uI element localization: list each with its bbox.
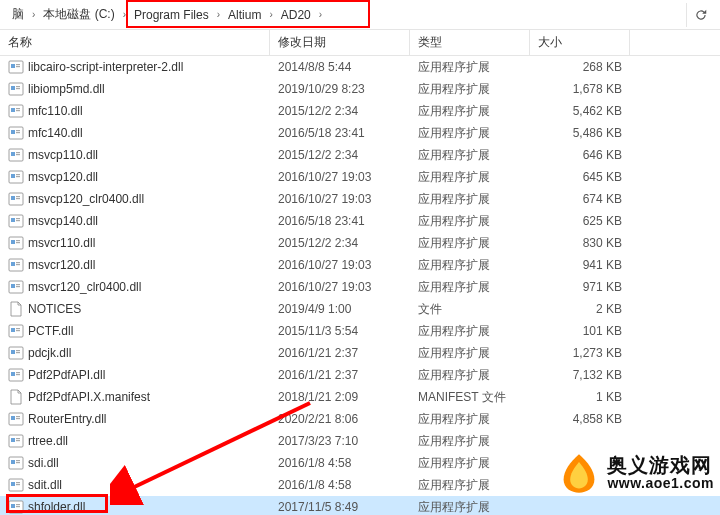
file-date: 2014/8/8 5:44 (270, 60, 410, 74)
file-size: 101 KB (530, 324, 630, 338)
file-name: msvcr110.dll (28, 236, 95, 250)
file-row[interactable]: mfc140.dll2016/5/18 23:41应用程序扩展5,486 KB (0, 122, 720, 144)
breadcrumb-item-0[interactable]: 脑 (6, 4, 30, 25)
file-row[interactable]: pdcjk.dll2016/1/21 2:37应用程序扩展1,273 KB (0, 342, 720, 364)
svg-rect-19 (16, 154, 20, 155)
file-date: 2016/5/18 23:41 (270, 126, 410, 140)
file-icon (8, 477, 24, 493)
file-row[interactable]: PCTF.dll2015/11/3 5:54应用程序扩展101 KB (0, 320, 720, 342)
svg-rect-31 (16, 220, 20, 221)
file-row[interactable]: Pdf2PdfAPI.X.manifest2018/1/21 2:09MANIF… (0, 386, 720, 408)
chevron-right-icon[interactable]: › (267, 9, 274, 20)
file-date: 2019/10/29 8:23 (270, 82, 410, 96)
file-row[interactable]: shfolder.dll2017/11/5 8:49应用程序扩展 (0, 496, 720, 515)
column-size[interactable]: 大小 (530, 30, 630, 55)
file-type: 应用程序扩展 (410, 81, 530, 98)
file-name: msvcp140.dll (28, 214, 98, 228)
svg-rect-33 (11, 240, 15, 244)
file-row[interactable]: msvcr110.dll2015/12/2 2:34应用程序扩展830 KB (0, 232, 720, 254)
column-date[interactable]: 修改日期 (270, 30, 410, 55)
file-date: 2016/1/8 4:58 (270, 456, 410, 470)
column-type[interactable]: 类型 (410, 30, 530, 55)
svg-rect-10 (16, 108, 20, 109)
svg-rect-63 (16, 440, 20, 441)
file-name: mfc140.dll (28, 126, 83, 140)
svg-rect-22 (16, 174, 20, 175)
svg-rect-18 (16, 152, 20, 153)
file-row[interactable]: msvcr120.dll2016/10/27 19:03应用程序扩展941 KB (0, 254, 720, 276)
file-size: 5,486 KB (530, 126, 630, 140)
breadcrumb-item-3[interactable]: Altium (222, 6, 267, 24)
file-size: 941 KB (530, 258, 630, 272)
file-name: mfc110.dll (28, 104, 83, 118)
file-row[interactable]: msvcp120.dll2016/10/27 19:03应用程序扩展645 KB (0, 166, 720, 188)
file-row[interactable]: msvcp120_clr0400.dll2016/10/27 19:03应用程序… (0, 188, 720, 210)
file-type: MANIFEST 文件 (410, 389, 530, 406)
file-row[interactable]: RouterEntry.dll2020/2/21 8:06应用程序扩展4,858… (0, 408, 720, 430)
file-size: 971 KB (530, 280, 630, 294)
svg-rect-61 (11, 438, 15, 442)
svg-rect-35 (16, 242, 20, 243)
breadcrumb-item-4[interactable]: AD20 (275, 6, 317, 24)
file-row[interactable]: libiomp5md.dll2019/10/29 8:23应用程序扩展1,678… (0, 78, 720, 100)
column-name[interactable]: 名称 (0, 30, 270, 55)
file-name: rtree.dll (28, 434, 68, 448)
svg-rect-46 (16, 328, 20, 329)
chevron-right-icon[interactable]: › (121, 9, 128, 20)
file-name: libiomp5md.dll (28, 82, 105, 96)
chevron-right-icon[interactable]: › (317, 9, 324, 20)
file-row[interactable]: rtree.dll2017/3/23 7:10应用程序扩展 (0, 430, 720, 452)
file-name: Pdf2PdfAPI.dll (28, 368, 105, 382)
file-size: 830 KB (530, 236, 630, 250)
refresh-icon (694, 8, 708, 22)
file-name: msvcr120.dll (28, 258, 95, 272)
svg-rect-55 (16, 374, 20, 375)
file-type: 应用程序扩展 (410, 59, 530, 76)
file-name: msvcp110.dll (28, 148, 98, 162)
file-type: 应用程序扩展 (410, 279, 530, 296)
breadcrumb[interactable]: 脑›本地磁盘 (C:)›Program Files›Altium›AD20› (0, 0, 720, 30)
file-date: 2016/10/27 19:03 (270, 192, 410, 206)
file-name: shfolder.dll (28, 500, 85, 514)
svg-rect-26 (16, 196, 20, 197)
svg-rect-49 (11, 350, 15, 354)
file-type: 应用程序扩展 (410, 257, 530, 274)
svg-rect-54 (16, 372, 20, 373)
svg-rect-9 (11, 108, 15, 112)
chevron-right-icon[interactable]: › (30, 9, 37, 20)
file-row[interactable]: NOTICES2019/4/9 1:00文件2 KB (0, 298, 720, 320)
svg-rect-70 (16, 482, 20, 483)
svg-rect-71 (16, 484, 20, 485)
breadcrumb-item-2[interactable]: Program Files (128, 6, 215, 24)
file-date: 2018/1/21 2:09 (270, 390, 410, 404)
file-date: 2020/2/21 8:06 (270, 412, 410, 426)
file-name: PCTF.dll (28, 324, 73, 338)
file-size: 268 KB (530, 60, 630, 74)
file-row[interactable]: sdit.dll2016/1/8 4:58应用程序扩展 (0, 474, 720, 496)
svg-rect-37 (11, 262, 15, 266)
file-row[interactable]: sdi.dll2016/1/8 4:58应用程序扩展 (0, 452, 720, 474)
column-headers: 名称 修改日期 类型 大小 (0, 30, 720, 56)
file-row[interactable]: msvcp110.dll2015/12/2 2:34应用程序扩展646 KB (0, 144, 720, 166)
file-row[interactable]: Pdf2PdfAPI.dll2016/1/21 2:37应用程序扩展7,132 … (0, 364, 720, 386)
svg-rect-73 (11, 504, 15, 508)
file-row[interactable]: mfc110.dll2015/12/2 2:34应用程序扩展5,462 KB (0, 100, 720, 122)
file-date: 2017/11/5 8:49 (270, 500, 410, 514)
file-icon (8, 81, 24, 97)
file-row[interactable]: msvcp140.dll2016/5/18 23:41应用程序扩展625 KB (0, 210, 720, 232)
refresh-button[interactable] (686, 3, 714, 27)
file-type: 应用程序扩展 (410, 477, 530, 494)
file-row[interactable]: msvcr120_clr0400.dll2016/10/27 19:03应用程序… (0, 276, 720, 298)
breadcrumb-item-1[interactable]: 本地磁盘 (C:) (37, 4, 120, 25)
file-list[interactable]: libcairo-script-interpreter-2.dll2014/8/… (0, 56, 720, 515)
chevron-right-icon[interactable]: › (215, 9, 222, 20)
file-date: 2016/5/18 23:41 (270, 214, 410, 228)
svg-rect-21 (11, 174, 15, 178)
svg-rect-13 (11, 130, 15, 134)
file-row[interactable]: libcairo-script-interpreter-2.dll2014/8/… (0, 56, 720, 78)
svg-rect-27 (16, 198, 20, 199)
file-icon (8, 191, 24, 207)
file-type: 应用程序扩展 (410, 323, 530, 340)
svg-rect-15 (16, 132, 20, 133)
file-icon (8, 301, 24, 317)
